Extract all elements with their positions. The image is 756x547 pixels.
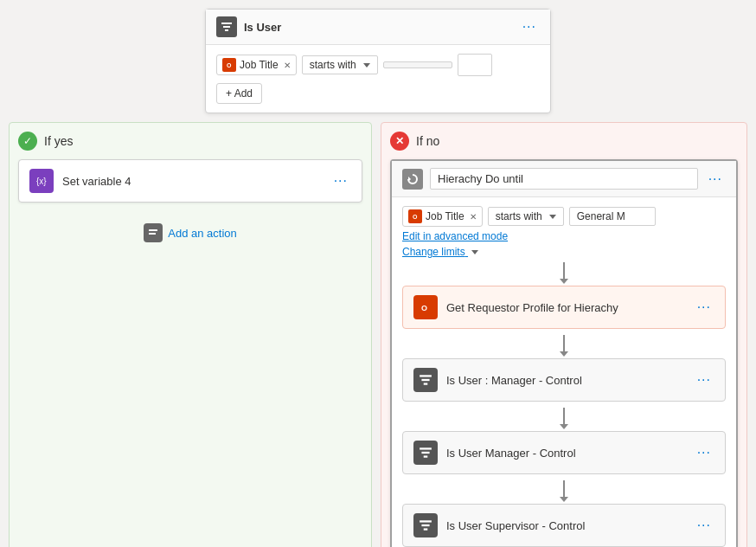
svg-rect-17	[421, 452, 429, 454]
svg-rect-1	[223, 26, 230, 28]
connector-2	[402, 331, 726, 357]
extra-input[interactable]	[458, 54, 492, 76]
if-no-branch: ✕ If no ···	[381, 122, 747, 547]
is-user-card: Is User ··· O Job Title ✕ starts with	[205, 9, 551, 113]
if-yes-label: If yes	[44, 134, 73, 148]
is-user-manager-control-title: Is User : Manager - Control	[446, 374, 685, 387]
do-until-more[interactable]: ···	[705, 170, 726, 189]
set-variable-4-title: Set variable 4	[62, 175, 322, 188]
condition-row: O Job Title ✕ starts with	[216, 54, 540, 76]
add-action-icon	[144, 223, 163, 242]
svg-text:O: O	[413, 214, 418, 220]
add-action-text[interactable]: Add an action	[168, 227, 237, 240]
job-title-label: Job Title	[240, 59, 279, 71]
add-button[interactable]: + Add	[216, 83, 262, 104]
get-requestor-more[interactable]: ···	[694, 298, 714, 317]
svg-rect-6	[149, 229, 157, 231]
chevron-down-icon	[363, 63, 370, 68]
svg-rect-15	[424, 383, 428, 384]
is-user-title: Is User	[244, 21, 512, 34]
is-user-supervisor-more[interactable]: ···	[694, 516, 714, 535]
no-icon: ✕	[390, 132, 409, 151]
connector-4	[402, 476, 726, 502]
svg-rect-13	[420, 375, 432, 376]
is-user-supervisor-title: Is User Supervisor - Control	[446, 519, 685, 532]
is-user-manager-title: Is User Manager - Control	[446, 447, 685, 460]
is-user-manager-card: Is User Manager - Control ···	[402, 431, 726, 474]
do-until-remove-chip-icon[interactable]: ✕	[470, 212, 477, 222]
value-input[interactable]	[383, 61, 452, 68]
svg-rect-2	[225, 29, 228, 31]
svg-rect-19	[420, 520, 432, 522]
svg-text:O: O	[421, 304, 427, 312]
get-requestor-icon: O	[413, 295, 438, 319]
branch-row: ✓ If yes {x} Set variable 4 ···	[9, 122, 747, 547]
do-until-body: O Job Title ✕ starts with General M Edit…	[392, 197, 736, 547]
svg-rect-18	[424, 455, 428, 457]
get-requestor-card: O Get Requestor Profile for Hierachy ···	[402, 286, 726, 329]
svg-text:{x}: {x}	[36, 177, 47, 186]
operator-label: starts with	[310, 59, 356, 71]
is-user-manager-icon	[413, 441, 438, 465]
do-until-office-icon: O	[408, 209, 422, 223]
svg-rect-21	[424, 528, 428, 530]
if-yes-header: ✓ If yes	[18, 132, 362, 151]
if-no-header: ✕ If no	[390, 132, 738, 151]
change-limits-text: Change limits	[402, 246, 465, 258]
is-user-header: Is User ···	[206, 10, 550, 45]
office-icon-small: O	[222, 58, 236, 72]
svg-text:O: O	[227, 62, 232, 68]
is-user-supervisor-card: Is User Supervisor - Control ···	[402, 504, 726, 547]
if-no-label: If no	[416, 134, 439, 148]
change-limits-link[interactable]: Change limits	[402, 246, 726, 258]
get-requestor-title: Get Requestor Profile for Hierachy	[446, 301, 685, 314]
svg-rect-14	[421, 379, 429, 381]
connector-3	[402, 403, 726, 429]
is-user-manager-control-card: Is User : Manager - Control ···	[402, 358, 726, 402]
edit-advanced-link[interactable]: Edit in advanced mode	[402, 230, 726, 242]
is-user-supervisor-icon	[413, 513, 438, 537]
do-until-value-input[interactable]: General M	[569, 207, 656, 226]
do-until-actions: O Get Requestor Profile for Hierachy ···	[402, 258, 726, 547]
do-until-header: ···	[392, 161, 736, 197]
do-until-field-label: Job Title	[426, 210, 464, 222]
do-until-chevron-icon	[549, 215, 556, 219]
do-until-job-title-chip[interactable]: O Job Title ✕	[402, 206, 483, 227]
do-until-operator-label: starts with	[496, 210, 542, 222]
operator-dropdown[interactable]: starts with	[302, 55, 378, 74]
svg-rect-16	[420, 447, 432, 449]
svg-rect-7	[149, 233, 156, 235]
yes-icon: ✓	[18, 132, 37, 151]
do-until-card: ··· O Job Title ✕ starts with	[390, 159, 738, 547]
set-variable-4-inner: {x} Set variable 4 ···	[19, 160, 362, 202]
remove-chip-icon[interactable]: ✕	[284, 61, 291, 70]
is-user-manager-control-more[interactable]: ···	[694, 370, 714, 389]
is-user-manager-control-icon	[413, 368, 438, 392]
set-variable-4-card: {x} Set variable 4 ···	[18, 159, 362, 203]
if-yes-branch: ✓ If yes {x} Set variable 4 ···	[9, 122, 372, 547]
set-variable-4-more[interactable]: ···	[330, 171, 351, 190]
job-title-chip[interactable]: O Job Title ✕	[216, 55, 297, 75]
do-until-icon	[402, 169, 423, 190]
svg-rect-20	[421, 524, 429, 526]
do-until-operator-dropdown[interactable]: starts with	[488, 207, 564, 226]
connector-1	[402, 258, 726, 284]
filter-icon	[216, 16, 237, 37]
do-until-title-input[interactable]	[430, 168, 698, 190]
variable-icon-purple: {x}	[29, 169, 54, 193]
do-until-condition-row: O Job Title ✕ starts with General M	[402, 206, 726, 227]
add-action-link[interactable]: Add an action	[18, 206, 362, 260]
svg-rect-0	[221, 23, 232, 24]
svg-marker-8	[408, 177, 411, 182]
change-limits-chevron	[471, 250, 478, 254]
is-user-body: O Job Title ✕ starts with + Add	[206, 45, 550, 113]
is-user-manager-more[interactable]: ···	[694, 443, 714, 462]
is-user-more[interactable]: ···	[519, 17, 540, 36]
